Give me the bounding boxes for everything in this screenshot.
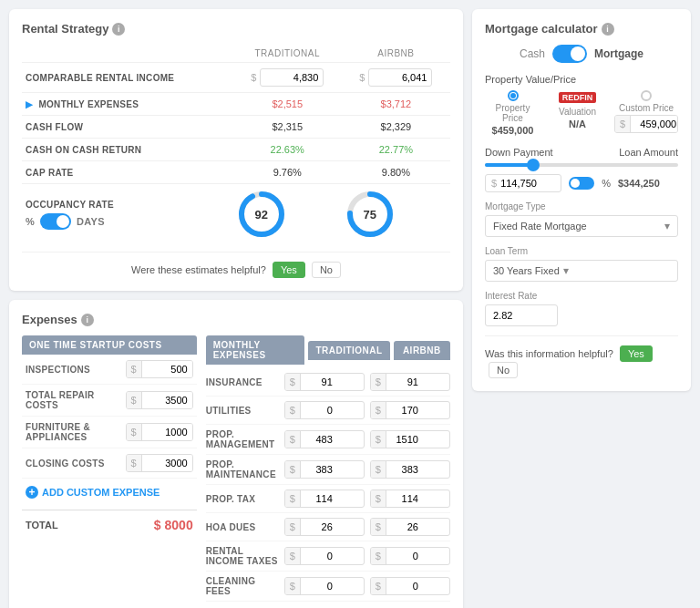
mortgage-title: Mortgage calculator i: [485, 22, 678, 36]
mortgage-helpful-row: Was this information helpful? Yes No: [485, 335, 678, 378]
mortgage-type-section: Mortgage Type Fixed Rate Mortgage ▾: [485, 201, 678, 237]
add-custom-expense-button[interactable]: + ADD CUSTOM EXPENSE: [22, 479, 197, 506]
prop-tax-airbnb-input[interactable]: [386, 490, 423, 507]
mortgage-no-button[interactable]: No: [489, 362, 518, 378]
utilities-airbnb-input[interactable]: [386, 402, 423, 418]
occupancy-toggle: % Days: [26, 213, 230, 230]
loan-term-select[interactable]: 30 Years Fixed ▾: [485, 260, 678, 282]
occupancy-donut-airbnb: 75: [345, 190, 395, 239]
cash-mortgage-toggle-row: Cash Mortgage: [485, 45, 678, 63]
custom-price-item: Custom Price $: [614, 90, 678, 133]
traditional-income-input[interactable]: [260, 68, 324, 87]
repair-costs-input[interactable]: [142, 392, 192, 408]
inspections-input[interactable]: [142, 361, 192, 377]
property-value-label: Property Value/Price: [485, 74, 678, 85]
interest-rate-label: Interest Rate: [485, 291, 678, 301]
list-item: UTILITIES $ $: [206, 397, 450, 425]
pct-label: %: [602, 178, 611, 189]
cleaning-airbnb-input[interactable]: [386, 578, 423, 594]
list-item: INSURANCE $ $: [206, 368, 450, 397]
down-payment-label: Down Payment: [485, 147, 553, 158]
rental-no-button[interactable]: No: [312, 262, 341, 278]
mortgage-yes-button[interactable]: Yes: [620, 345, 653, 362]
cash-mortgage-toggle[interactable]: [552, 45, 587, 63]
airbnb-income-input[interactable]: [368, 68, 432, 87]
list-item: RENTAL INCOME TAXES $ $: [206, 541, 450, 572]
expenses-info-icon[interactable]: i: [81, 314, 94, 326]
rental-strategy-title: Rental Strategy i: [22, 22, 450, 36]
add-custom-monthly-button[interactable]: + ADD CUSTOM EXPENSE: [206, 602, 450, 608]
monthly-expenses-section: MONTHLY EXPENSES TRADITIONAL AIRBNB INSU…: [206, 335, 450, 608]
table-row: CASH ON CASH RETURN 22.63% 22.77%: [22, 139, 450, 161]
furniture-input[interactable]: [142, 424, 192, 440]
prop-mgmt-airbnb-input[interactable]: [386, 431, 423, 448]
col-header-airbnb: AIRBNB: [342, 45, 450, 63]
property-price-radio[interactable]: [508, 90, 519, 101]
list-item: INSPECTIONS $: [22, 355, 197, 385]
expenses-grid: ONE TIME STARTUP COSTS INSPECTIONS $: [22, 335, 450, 608]
redfin-badge: REDFIN: [559, 92, 597, 103]
rental-strategy-table: TRADITIONAL AIRBNB COMPARABLE RENTAL INC…: [22, 45, 450, 244]
rental-strategy-info-icon[interactable]: i: [112, 23, 125, 36]
list-item: PROP. TAX $ $: [206, 485, 450, 513]
list-item: PROP. MAINTENANCE $ $: [206, 455, 450, 485]
table-row: ▶ MONTHLY EXPENSES $2,515 $3,712: [22, 93, 450, 116]
loan-term-chevron-icon: ▾: [563, 264, 569, 277]
col-header-airbnb-monthly: AIRBNB: [394, 341, 450, 360]
valuation-label: Valuation: [559, 107, 596, 117]
hoa-airbnb-input[interactable]: [386, 519, 423, 535]
pct-toggle: [569, 177, 594, 190]
list-item: TOTAL REPAIR COSTS $: [22, 385, 197, 417]
table-row: CASH FLOW $2,315 $2,329: [22, 116, 450, 139]
startup-costs-section: ONE TIME STARTUP COSTS INSPECTIONS $: [22, 335, 197, 608]
insurance-airbnb-input[interactable]: [386, 374, 423, 390]
chevron-down-icon: ▾: [664, 220, 670, 232]
mortgage-type-value: Fixed Rate Mortgage: [493, 221, 587, 232]
col-header-traditional: TRADITIONAL: [233, 45, 342, 63]
list-item: FURNITURE & APPLIANCES $: [22, 417, 197, 448]
prop-maint-trad-input[interactable]: [301, 461, 337, 478]
property-price-value: $459,000: [492, 125, 534, 136]
rental-strategy-card: Rental Strategy i TRADITIONAL AIRBNB COM…: [9, 9, 463, 291]
table-row-occupancy: OCCUPANCY RATE % Days: [22, 184, 450, 245]
table-row: CAP RATE 9.76% 9.80%: [22, 161, 450, 184]
closing-costs-input[interactable]: [142, 455, 192, 471]
startup-header: ONE TIME STARTUP COSTS: [22, 335, 197, 355]
loan-amount-label: Loan Amount: [619, 147, 678, 158]
hoa-trad-input[interactable]: [301, 519, 337, 535]
property-price-label: Property Price: [485, 103, 540, 123]
mortgage-type-select[interactable]: Fixed Rate Mortgage ▾: [485, 215, 678, 237]
loan-term-value: 30 Years Fixed: [493, 265, 560, 276]
interest-rate-input[interactable]: [493, 310, 550, 321]
rental-helpful-row: Were these estimates helpful? Yes No: [22, 252, 450, 278]
list-item: PROP. MANAGEMENT $ $: [206, 425, 450, 455]
startup-items: INSPECTIONS $ TOTAL REPAIR COSTS $: [22, 355, 197, 479]
property-price-item: Property Price $459,000: [485, 90, 540, 136]
rental-tax-airbnb-input[interactable]: [386, 548, 423, 564]
custom-price-input[interactable]: [631, 116, 678, 132]
insurance-trad-input[interactable]: [301, 374, 337, 390]
custom-price-label: Custom Price: [619, 103, 674, 113]
rental-tax-trad-input[interactable]: [301, 548, 337, 564]
list-item: CLEANING FEES $ $: [206, 572, 450, 602]
mortgage-info-icon[interactable]: i: [602, 23, 614, 36]
down-payment-section: Down Payment Loan Amount $: [485, 147, 678, 192]
list-item: CLOSING COSTS $: [22, 448, 197, 479]
down-payment-input[interactable]: [500, 178, 555, 189]
prop-maint-airbnb-input[interactable]: [386, 461, 423, 478]
loan-amount-value: $344,250: [618, 178, 660, 189]
cleaning-trad-input[interactable]: [301, 578, 337, 594]
valuation-value: N/A: [569, 119, 586, 129]
prop-mgmt-trad-input[interactable]: [301, 431, 337, 448]
prop-tax-trad-input[interactable]: [301, 490, 337, 507]
property-value-row: Property Price $459,000 REDFIN Valuation…: [485, 90, 678, 136]
down-payment-slider[interactable]: [485, 163, 678, 167]
plus-icon: +: [26, 486, 38, 499]
monthly-header: MONTHLY EXPENSES: [206, 335, 305, 365]
utilities-trad-input[interactable]: [301, 402, 337, 418]
monthly-items: INSURANCE $ $: [206, 368, 450, 602]
table-row: COMPARABLE RENTAL INCOME $ $: [22, 63, 450, 93]
rental-yes-button[interactable]: Yes: [273, 262, 305, 278]
valuation-item: REDFIN Valuation N/A: [550, 90, 605, 129]
custom-price-radio[interactable]: [641, 90, 652, 101]
